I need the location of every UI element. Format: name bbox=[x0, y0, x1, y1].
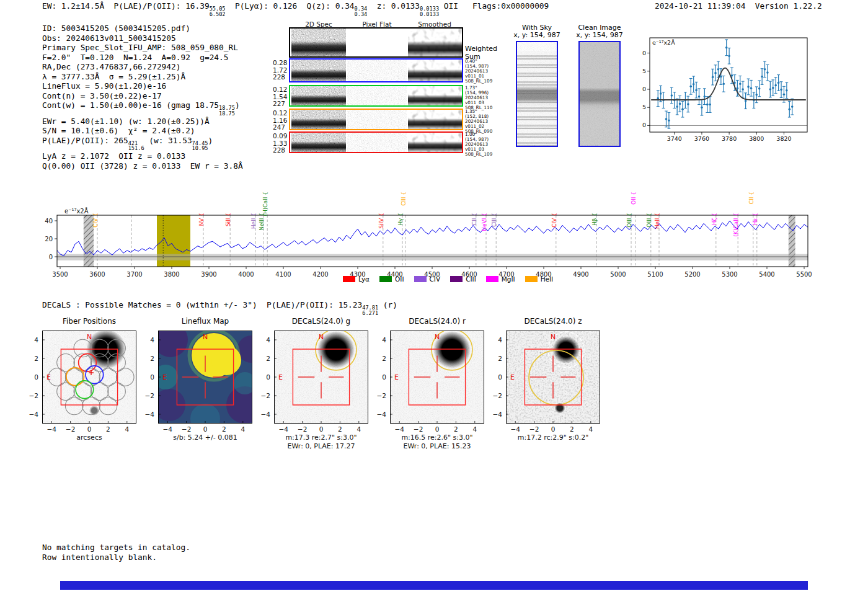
svg-el bbox=[580, 42, 619, 146]
circle-el bbox=[788, 108, 790, 110]
info-line: LineFlux = 5.90(±1.20)e-16 bbox=[42, 81, 243, 91]
x-tick-label: 4 bbox=[125, 425, 129, 433]
text-segment: Cont(n) = 3.50(±0.22)e-17 bbox=[42, 91, 162, 100]
elixer-report-page: EW: 1.2±14.5Å P(LAE)/P(OII): 16.3955.056… bbox=[0, 0, 868, 591]
spec2d-row-stats: 0.281.72228 bbox=[273, 60, 290, 81]
circle-el bbox=[777, 82, 780, 84]
circle-el bbox=[660, 92, 662, 95]
stat-value: 0.12 bbox=[273, 86, 290, 94]
text-segment: EWr = 5.40(±1.10) (w: 1.20(±0.25))Å bbox=[42, 117, 210, 126]
y-tick-label: −4 bbox=[26, 411, 38, 418]
x-tick-label: −4 bbox=[46, 425, 56, 433]
cutout-caption-1: m:16.5 re:2.6" s:3.0" bbox=[401, 433, 472, 442]
spec2d-row bbox=[289, 109, 463, 130]
svg-el bbox=[347, 60, 407, 81]
compass-east-label: E bbox=[394, 373, 399, 381]
circle-el bbox=[704, 96, 706, 98]
flux-units-label: e⁻¹⁷x2Å bbox=[652, 39, 675, 46]
x-tick-label: 0 bbox=[87, 425, 92, 433]
y-tick-label: 2 bbox=[142, 355, 154, 362]
emission-line-label: HeII { bbox=[654, 213, 660, 229]
text-segment: Obs: 20240613v011_5003415205 bbox=[42, 33, 176, 43]
circle-el bbox=[657, 97, 659, 100]
spec2d-cell-smoothed bbox=[408, 29, 462, 56]
stat-value: 227 bbox=[273, 100, 290, 108]
compass-east-label: E bbox=[278, 373, 283, 381]
text-el: 3600 bbox=[89, 271, 105, 278]
y-tick-label: 4 bbox=[26, 336, 38, 344]
legend-item: CIV bbox=[414, 275, 441, 283]
cutout-panel: NE bbox=[506, 331, 600, 424]
clean-image-panel bbox=[578, 41, 621, 147]
circle-el bbox=[668, 119, 670, 122]
x-tick-label: 0 bbox=[435, 425, 440, 433]
text-el: 4200 bbox=[312, 271, 328, 278]
text-segment: DECaLS : Possible Matches = 0 (within +/… bbox=[42, 300, 362, 309]
bright-source-blob bbox=[86, 331, 126, 369]
sub-value: 151.6 bbox=[128, 146, 144, 151]
svg-el bbox=[291, 29, 346, 56]
rect-el bbox=[291, 133, 346, 152]
circle-el bbox=[725, 47, 728, 49]
spec2d-cell-smoothed bbox=[408, 110, 462, 129]
circle-el bbox=[720, 76, 722, 78]
circle-el bbox=[717, 68, 720, 71]
spec2d-cell-smoothed bbox=[408, 86, 462, 105]
x-tick-label: 2 bbox=[106, 425, 110, 433]
footer-note-line2: Row intentionally blank. bbox=[42, 553, 157, 562]
rect-el bbox=[580, 42, 619, 146]
emission-line-label: Hγ { bbox=[397, 213, 404, 226]
circle-el bbox=[698, 96, 701, 98]
svg-el bbox=[291, 86, 346, 105]
sub-value: 18.75 bbox=[219, 111, 235, 117]
sub-value: 6.502 bbox=[210, 12, 226, 17]
text-segment: Cont(w) = 1.50(±0.00)e-16 (gmag 18.75 bbox=[42, 100, 219, 110]
y-tick-label: 4 bbox=[374, 336, 386, 344]
cutout-caption-2: EWr: 0, PLAE: 17.27 bbox=[287, 442, 355, 450]
x-tick-label: −2 bbox=[66, 425, 75, 433]
info-line: ID: 5003415205 (5003415205.pdf) bbox=[42, 24, 243, 33]
svg-el: NE bbox=[158, 331, 252, 424]
sup-sub-fraction: 0.01330.0133 bbox=[420, 6, 439, 17]
text-segment: P(Lyα): 0.126 Q(z): 0.34 bbox=[226, 1, 355, 11]
info-line: Primary Spec_Slot_IFU_AMP: 508_059_080_R… bbox=[42, 43, 243, 53]
compass-east-label: E bbox=[46, 373, 51, 381]
text-el: 0 bbox=[49, 254, 53, 260]
y-tick-label: −2 bbox=[490, 392, 502, 399]
text-el: 4000 bbox=[238, 271, 254, 278]
spec2d-row bbox=[289, 27, 463, 58]
cutout-title: DECaLS(24.0) z bbox=[524, 317, 582, 326]
rect-el bbox=[408, 110, 462, 129]
sup-sub-fraction: 18.7518.75 bbox=[219, 105, 235, 117]
clean-image bbox=[580, 42, 619, 146]
circle-el bbox=[722, 82, 725, 85]
spec2d-row-stats: 0.121.54227 bbox=[273, 86, 290, 108]
x-tick-label: 0 bbox=[203, 425, 208, 433]
circle-el bbox=[747, 86, 750, 88]
x-tick-label: −4 bbox=[510, 425, 520, 433]
circle-el bbox=[745, 100, 747, 102]
svg-el: NE bbox=[390, 331, 484, 424]
circle-el bbox=[712, 76, 714, 78]
sub-value: 0.34 bbox=[355, 12, 368, 17]
info-line: EWr = 5.40(±1.10) (w: 1.20(±0.25))Å bbox=[42, 117, 243, 127]
text-el: 3500 bbox=[52, 271, 68, 278]
text-segment: EW: 1.2±14.5Å P(LAE)/P(OII): 16.39 bbox=[42, 1, 210, 11]
svg-el bbox=[408, 110, 462, 129]
circle-el bbox=[679, 103, 681, 105]
y-tick-label: −2 bbox=[142, 392, 154, 399]
svg-el: NE bbox=[274, 331, 368, 424]
emission-line-label: OII { bbox=[631, 192, 637, 205]
y-tick-label: 4 bbox=[258, 336, 270, 344]
text-segment: LyA z = 2.1072 OII z = 0.0133 bbox=[42, 151, 185, 161]
withsky-image bbox=[517, 42, 557, 146]
spectrum-legend: LyαOIICIVCIIIMgIIHeII bbox=[343, 275, 553, 283]
circle-el bbox=[676, 105, 678, 108]
emission-line-label: CIV { bbox=[551, 213, 557, 228]
circle-el bbox=[750, 87, 753, 89]
rect-el bbox=[291, 60, 346, 81]
svg-el bbox=[291, 110, 346, 129]
text-el: 40 bbox=[45, 218, 53, 224]
spec2d-cell-pixelflat bbox=[347, 133, 407, 152]
x-tick-label: 2 bbox=[570, 425, 574, 433]
